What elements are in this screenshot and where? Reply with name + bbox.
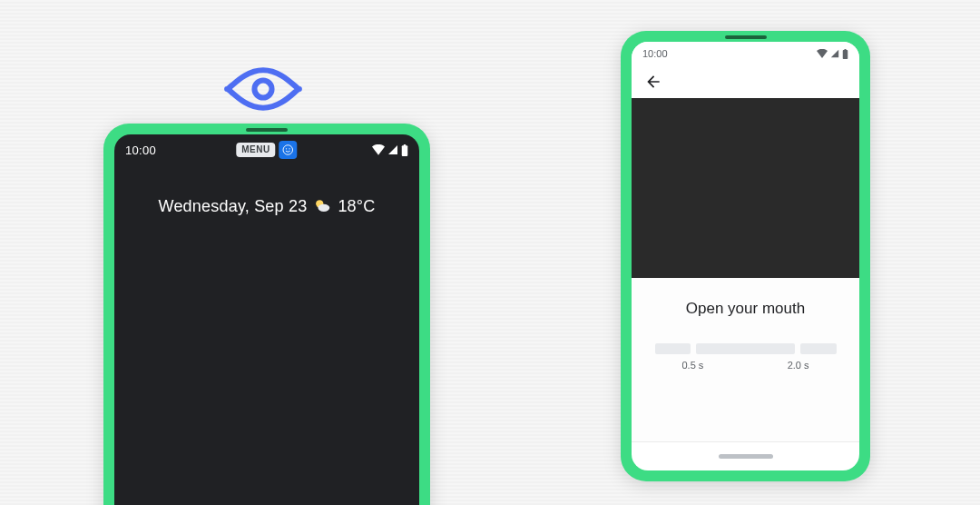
svg-rect-9	[844, 49, 846, 51]
svg-rect-5	[404, 144, 407, 146]
wifi-icon	[372, 144, 385, 155]
accessibility-indicator[interactable]: MENU	[236, 141, 297, 159]
arrow-back-icon	[644, 73, 662, 91]
slider-segment	[696, 343, 795, 354]
status-bar: 10:00	[632, 42, 859, 65]
phone-right-screen: 10:00 Open your mouth 0.5 s 2.0 s	[632, 42, 859, 470]
gesture-nav-bar[interactable]	[632, 441, 859, 470]
battery-icon	[842, 49, 848, 59]
svg-point-1	[283, 145, 293, 155]
phone-speaker	[246, 128, 288, 132]
status-clock: 10:00	[125, 144, 156, 157]
status-clock: 10:00	[642, 48, 668, 59]
gesture-instruction-panel: Open your mouth 0.5 s 2.0 s	[632, 278, 859, 441]
back-button[interactable]	[641, 69, 666, 94]
slider-tick-labels: 0.5 s 2.0 s	[655, 360, 837, 371]
svg-point-0	[254, 80, 271, 97]
instruction-text: Open your mouth	[686, 300, 805, 318]
weather-icon	[312, 196, 332, 216]
svg-point-2	[286, 148, 287, 149]
phone-speaker	[725, 35, 767, 39]
slider-segment	[655, 343, 691, 354]
camera-switch-face-icon	[279, 141, 298, 159]
battery-icon	[401, 144, 408, 156]
at-a-glance-row[interactable]: Wednesday, Sep 23 18°C	[114, 196, 419, 216]
svg-point-7	[318, 204, 330, 212]
slider-tick-right: 2.0 s	[788, 360, 809, 371]
wifi-icon	[817, 49, 828, 58]
svg-point-3	[289, 148, 290, 149]
eye-icon	[222, 65, 304, 113]
slider-segment	[800, 343, 837, 354]
svg-rect-4	[402, 145, 408, 156]
camera-preview	[632, 98, 859, 278]
nav-pill-icon	[719, 454, 773, 459]
status-right-icons	[817, 49, 848, 59]
status-right-icons	[372, 144, 408, 156]
status-bar: 10:00 MENU	[114, 134, 419, 165]
phone-left-screen: 10:00 MENU Wednesday, Sep 23 18°C	[114, 134, 419, 505]
signal-icon	[830, 49, 839, 58]
gesture-size-slider[interactable]	[655, 343, 837, 354]
phone-mock-right: 10:00 Open your mouth 0.5 s 2.0 s	[621, 31, 870, 481]
date-text: Wednesday, Sep 23	[159, 197, 308, 216]
slider-tick-left: 0.5 s	[682, 360, 704, 371]
temperature-text: 18°C	[338, 197, 375, 216]
svg-rect-8	[843, 50, 848, 59]
signal-icon	[387, 144, 398, 155]
app-bar	[632, 65, 859, 98]
phone-mock-left: 10:00 MENU Wednesday, Sep 23 18°C	[103, 124, 430, 505]
menu-pill: MENU	[236, 143, 275, 157]
